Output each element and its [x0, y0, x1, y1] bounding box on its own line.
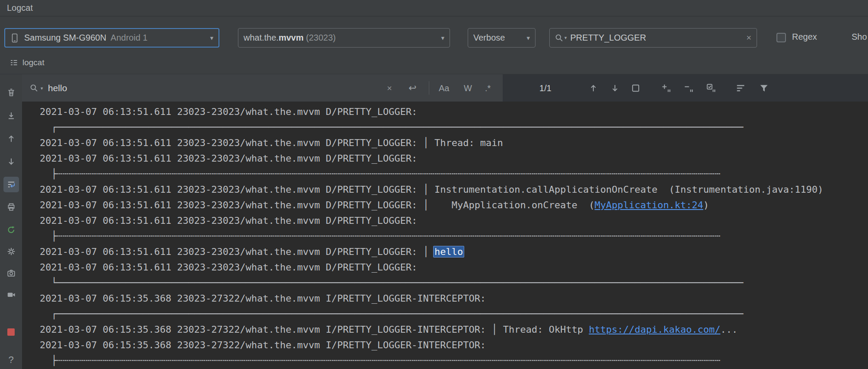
search-input-value[interactable]: PRETTY_LOGGER [570, 33, 646, 43]
open-results-window-icon[interactable] [631, 83, 640, 93]
log-line: 2021-03-07 06:13:51.611 23023-23023/what… [40, 197, 868, 213]
log-area[interactable]: 2021-03-07 06:13:51.611 23023-23023/what… [22, 102, 868, 369]
log-text: ┌───────────────────────────────────────… [40, 309, 743, 319]
gear-icon [6, 247, 16, 256]
log-level-selector[interactable]: Verbose ▾ [468, 28, 535, 48]
log-text: 2021-03-07 06:13:51.611 23023-23023/what… [40, 137, 503, 148]
arrow-up-icon [6, 134, 16, 143]
printer-icon [6, 202, 16, 212]
find-history-chevron-icon[interactable]: ▾ [41, 85, 43, 91]
filter-checkbox-icon[interactable] [706, 83, 716, 93]
chevron-down-icon: ▾ [206, 34, 213, 42]
tab-logcat[interactable]: logcat [22, 58, 44, 67]
camera-icon [6, 268, 16, 278]
log-level-value: Verbose [473, 33, 505, 43]
filter-funnel-icon[interactable] [759, 83, 769, 93]
clear-search-icon[interactable]: × [746, 33, 751, 43]
log-text: ├┄┄┄┄┄┄┄┄┄┄┄┄┄┄┄┄┄┄┄┄┄┄┄┄┄┄┄┄┄┄┄┄┄┄┄┄┄┄┄… [40, 169, 720, 179]
logcat-settings-button[interactable] [3, 244, 19, 259]
next-occurrence-button[interactable] [610, 83, 620, 93]
find-bar-separator [429, 81, 429, 95]
soft-wrap-button[interactable] [3, 177, 19, 192]
screen-capture-button[interactable] [3, 265, 19, 281]
logcat-tab-icon [10, 58, 18, 67]
whole-words-toggle[interactable]: W [464, 83, 472, 93]
clear-logcat-button[interactable] [3, 85, 19, 100]
multiline-search-icon[interactable]: ↩ [409, 83, 416, 94]
help-button[interactable]: ? [3, 352, 19, 368]
log-line: ┌───────────────────────────────────────… [40, 120, 868, 135]
stop-button[interactable] [3, 324, 19, 340]
logcat-filter-search[interactable]: ▾ PRETTY_LOGGER × [549, 28, 757, 48]
down-stack-trace-button[interactable] [3, 154, 19, 169]
soft-wrap-icon [6, 180, 16, 189]
up-stack-trace-button[interactable] [3, 131, 19, 146]
phone-icon [10, 33, 19, 43]
process-pid: (23023) [304, 33, 336, 43]
restart-logcat-button[interactable] [3, 222, 19, 238]
restart-icon [6, 225, 16, 235]
log-line: 2021-03-07 06:15:35.368 23023-27322/what… [40, 322, 868, 337]
log-line: 2021-03-07 06:13:51.611 23023-23023/what… [40, 135, 868, 151]
log-text: 2021-03-07 06:13:51.611 23023-23023/what… [40, 184, 824, 195]
log-text: ├┄┄┄┄┄┄┄┄┄┄┄┄┄┄┄┄┄┄┄┄┄┄┄┄┄┄┄┄┄┄┄┄┄┄┄┄┄┄┄… [40, 231, 720, 242]
filter-lines-icon[interactable] [735, 83, 746, 93]
log-link[interactable]: MyApplication.kt:24 [595, 200, 703, 210]
find-bar: ▾ hello × ↩ Aa W .* 1/1 [22, 74, 868, 102]
log-line: 2021-03-07 06:13:51.611 23023-23023/what… [40, 260, 868, 275]
log-text: ) [703, 200, 709, 210]
window-title: Logcat [7, 3, 33, 13]
log-line: ├┄┄┄┄┄┄┄┄┄┄┄┄┄┄┄┄┄┄┄┄┄┄┄┄┄┄┄┄┄┄┄┄┄┄┄┄┄┄┄… [40, 166, 868, 182]
chevron-down-icon: ▾ [437, 34, 444, 42]
print-button[interactable] [3, 199, 19, 215]
video-camera-icon [6, 290, 16, 299]
regex-checkbox[interactable] [776, 33, 786, 42]
regex-toggle[interactable]: .* [485, 83, 491, 93]
regex-label: Regex [792, 32, 817, 42]
log-link[interactable]: https://dapi.kakao.com/ [589, 324, 721, 335]
screen-record-button[interactable] [3, 287, 19, 302]
logcat-toolbar: Samsung SM-G960N Android 1 ▾ what.the.mv… [0, 16, 868, 52]
find-query-input[interactable]: hello [48, 83, 67, 93]
trash-icon [6, 88, 16, 97]
log-line: └───────────────────────────────────────… [40, 275, 868, 291]
scroll-to-end-button[interactable] [3, 108, 19, 124]
log-line: 2021-03-07 06:13:51.611 23023-23023/what… [40, 213, 868, 229]
log-text: 2021-03-07 06:13:51.611 23023-23023/what… [40, 106, 417, 117]
match-case-toggle[interactable]: Aa [439, 83, 449, 93]
logcat-side-toolbar: ? [0, 74, 22, 369]
log-line: ├┄┄┄┄┄┄┄┄┄┄┄┄┄┄┄┄┄┄┄┄┄┄┄┄┄┄┄┄┄┄┄┄┄┄┄┄┄┄┄… [40, 229, 868, 244]
log-line: ┌───────────────────────────────────────… [40, 306, 868, 322]
search-match-highlight: hello [433, 246, 464, 258]
log-text: 2021-03-07 06:15:35.368 23023-27322/what… [40, 340, 486, 350]
help-icon: ? [8, 354, 13, 366]
remove-filter-icon[interactable] [684, 83, 694, 93]
log-line: 2021-03-07 06:15:35.368 23023-27322/what… [40, 291, 868, 306]
log-text: 2021-03-07 06:15:35.368 23023-27322/what… [40, 324, 589, 335]
log-lines: 2021-03-07 06:13:51.611 23023-23023/what… [40, 104, 868, 369]
find-search-icon [30, 84, 38, 92]
match-count: 1/1 [532, 83, 559, 93]
log-line: 2021-03-07 06:13:51.611 23023-23023/what… [40, 244, 868, 260]
log-text: └───────────────────────────────────────… [40, 277, 743, 288]
tool-window-tabs: logcat [0, 51, 868, 74]
log-text: ┌───────────────────────────────────────… [40, 122, 743, 133]
log-text: 2021-03-07 06:13:51.611 23023-23023/what… [40, 215, 417, 226]
device-selector[interactable]: Samsung SM-G960N Android 1 ▾ [4, 28, 219, 48]
process-selector[interactable]: what.the.mvvm (23023) ▾ [238, 28, 450, 48]
search-icon [555, 34, 564, 42]
log-text: 2021-03-07 06:13:51.611 23023-23023/what… [40, 262, 417, 273]
log-line: ├┄┄┄┄┄┄┄┄┄┄┄┄┄┄┄┄┄┄┄┄┄┄┄┄┄┄┄┄┄┄┄┄┄┄┄┄┄┄┄… [40, 353, 868, 369]
device-name: Samsung SM-G960N [24, 33, 106, 43]
chevron-down-icon: ▾ [523, 34, 530, 42]
stop-icon [7, 328, 15, 336]
add-filter-icon[interactable] [661, 83, 672, 93]
find-clear-icon[interactable]: × [387, 83, 392, 93]
device-detail: Android 1 [111, 33, 148, 43]
previous-occurrence-button[interactable] [589, 83, 598, 93]
process-package-name: mvvm [279, 33, 304, 43]
arrow-down-icon [6, 157, 16, 166]
clipped-show-label[interactable]: Sho [852, 32, 867, 42]
search-history-chevron-icon[interactable]: ▾ [564, 35, 567, 41]
log-text: ├┄┄┄┄┄┄┄┄┄┄┄┄┄┄┄┄┄┄┄┄┄┄┄┄┄┄┄┄┄┄┄┄┄┄┄┄┄┄┄… [40, 355, 720, 366]
